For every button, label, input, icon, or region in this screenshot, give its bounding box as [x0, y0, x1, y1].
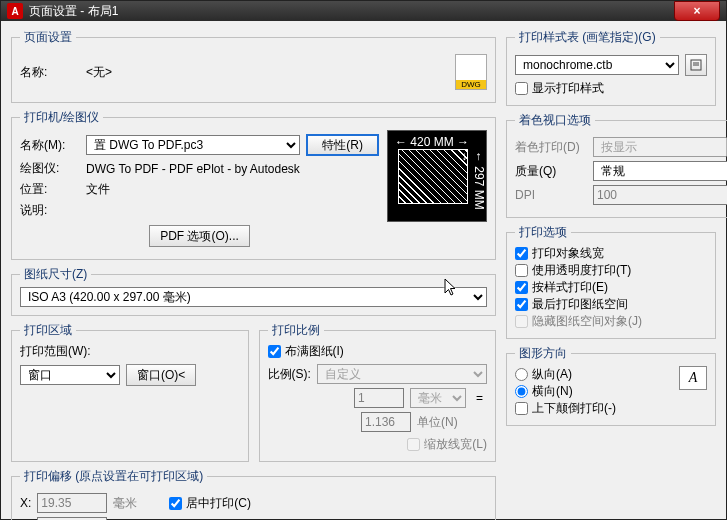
plot-options-legend: 打印选项 [515, 224, 571, 241]
plot-scale-legend: 打印比例 [268, 322, 324, 339]
titlebar: A 页面设置 - 布局1 × [1, 1, 726, 21]
window-title: 页面设置 - 布局1 [29, 3, 674, 20]
description-label: 说明: [20, 202, 80, 219]
plot-style-table-select[interactable]: monochrome.ctb [515, 55, 679, 75]
location-value: 文件 [86, 181, 110, 198]
location-label: 位置: [20, 181, 80, 198]
equals-sign: = [472, 391, 487, 405]
scale-units-a-input [354, 388, 404, 408]
display-plot-styles-checkbox[interactable]: 显示打印样式 [515, 80, 707, 97]
offset-x-unit: 毫米 [113, 495, 137, 512]
name-label: 名称: [20, 64, 80, 81]
printer-name-label: 名称(M): [20, 137, 80, 154]
shade-plot-select: 按显示 [593, 137, 727, 157]
plot-scale-group: 打印比例 布满图纸(I) 比例(S): 自定义 毫米 = [259, 322, 497, 462]
edit-style-table-button[interactable] [685, 54, 707, 76]
quality-label: 质量(Q) [515, 163, 587, 180]
plot-offset-legend: 打印偏移 (原点设置在可打印区域) [20, 468, 207, 485]
upside-down-checkbox[interactable]: 上下颠倒打印(-) [515, 400, 679, 417]
preview-width-label: ← 420 MM → [388, 135, 476, 149]
orientation-group: 图形方向 纵向(A) 横向(N) 上下颠倒打印(-) A [506, 345, 716, 426]
center-plot-checkbox[interactable]: 居中打印(C) [169, 495, 251, 512]
plot-range-label: 打印范围(W): [20, 343, 240, 360]
scale-ratio-select: 自定义 [317, 364, 487, 384]
printer-group: 打印机/绘图仪 名称(M): 置 DWG To PDF.pc3 特性(R) 绘图… [11, 109, 496, 260]
close-button[interactable]: × [674, 1, 720, 21]
scale-units-b-input [361, 412, 411, 432]
plot-options-group: 打印选项 打印对象线宽 使用透明度打印(T) 按样式打印(E) 最后打印图纸空间… [506, 224, 716, 339]
window-pick-button[interactable]: 窗口(O)< [126, 364, 196, 386]
plot-lineweights-checkbox[interactable]: 打印对象线宽 [515, 245, 707, 262]
plot-transparency-checkbox[interactable]: 使用透明度打印(T) [515, 262, 707, 279]
orientation-legend: 图形方向 [515, 345, 571, 362]
plot-style-table-group: 打印样式表 (画笔指定)(G) monochrome.ctb 显示打印样式 [506, 29, 716, 106]
edit-icon [690, 59, 702, 71]
preview-height-label: ← 297 MM → [458, 151, 486, 221]
printer-properties-button[interactable]: 特性(R) [306, 134, 379, 156]
dwg-icon [455, 54, 487, 90]
plot-area-legend: 打印区域 [20, 322, 76, 339]
orientation-icon: A [679, 366, 707, 390]
offset-x-input [37, 493, 107, 513]
name-value: <无> [86, 64, 112, 81]
printer-legend: 打印机/绘图仪 [20, 109, 103, 126]
dpi-label: DPI [515, 188, 587, 202]
paper-size-select[interactable]: ISO A3 (420.00 x 297.00 毫米) [20, 287, 487, 307]
hide-paperspace-checkbox: 隐藏图纸空间对象(J) [515, 313, 707, 330]
page-setup-group: 页面设置 名称: <无> [11, 29, 496, 103]
shaded-viewport-legend: 着色视口选项 [515, 112, 595, 129]
plot-offset-group: 打印偏移 (原点设置在可打印区域) X: 毫米 居中打印(C) Y: 毫米 [11, 468, 496, 520]
pdf-options-button[interactable]: PDF 选项(O)... [149, 225, 250, 247]
scale-units-b-label: 单位(N) [417, 414, 487, 431]
plot-with-styles-checkbox[interactable]: 按样式打印(E) [515, 279, 707, 296]
offset-x-label: X: [20, 496, 31, 510]
paper-size-legend: 图纸尺寸(Z) [20, 266, 91, 283]
dpi-input [593, 185, 727, 205]
scale-units-a-select: 毫米 [410, 388, 466, 408]
shade-plot-label: 着色打印(D) [515, 139, 587, 156]
shaded-viewport-group: 着色视口选项 着色打印(D) 按显示 质量(Q) 常规 DPI [506, 112, 727, 218]
portrait-radio[interactable]: 纵向(A) [515, 366, 679, 383]
fit-to-paper-checkbox[interactable]: 布满图纸(I) [268, 343, 488, 360]
app-icon: A [7, 3, 23, 19]
page-setup-legend: 页面设置 [20, 29, 76, 46]
printer-name-select[interactable]: 置 DWG To PDF.pc3 [86, 135, 300, 155]
plot-area-group: 打印区域 打印范围(W): 窗口 窗口(O)< [11, 322, 249, 462]
paper-size-group: 图纸尺寸(Z) ISO A3 (420.00 x 297.00 毫米) [11, 266, 496, 316]
plot-range-select[interactable]: 窗口 [20, 365, 120, 385]
scale-ratio-label: 比例(S): [268, 366, 311, 383]
paper-preview: ← 420 MM → ← 297 MM → [387, 130, 487, 222]
plot-style-table-legend: 打印样式表 (画笔指定)(G) [515, 29, 660, 46]
plotter-value: DWG To PDF - PDF ePlot - by Autodesk [86, 162, 300, 176]
scale-lineweights-checkbox: 缩放线宽(L) [268, 436, 488, 453]
plot-paperspace-last-checkbox[interactable]: 最后打印图纸空间 [515, 296, 707, 313]
landscape-radio[interactable]: 横向(N) [515, 383, 679, 400]
plotter-label: 绘图仪: [20, 160, 80, 177]
quality-select[interactable]: 常规 [593, 161, 727, 181]
